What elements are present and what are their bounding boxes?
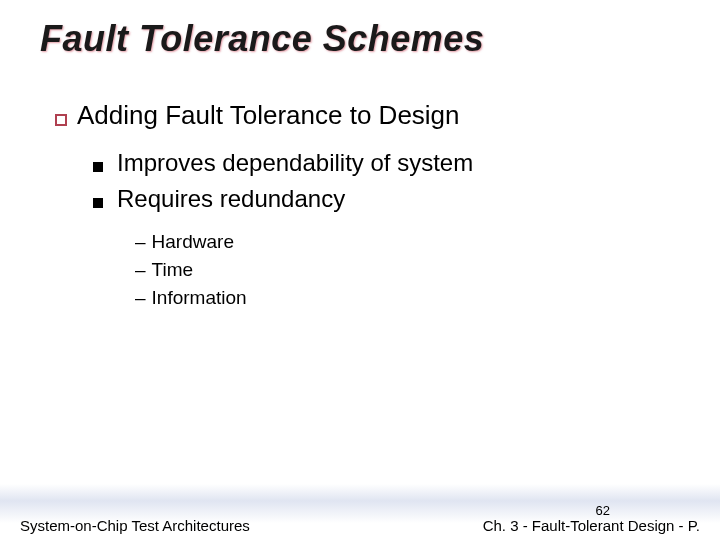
dash-icon: –: [135, 231, 146, 252]
page-number: 62: [596, 503, 610, 518]
slide-content: Adding Fault Tolerance to Design Improve…: [0, 60, 720, 309]
level1-text: Adding Fault Tolerance to Design: [77, 100, 460, 131]
dash-icon: –: [135, 259, 146, 280]
footer-chapter: Ch. 3 - Fault-Tolerant Design - P.: [483, 517, 700, 534]
bullet-level3: –Time: [135, 259, 720, 281]
filled-square-icon: [93, 162, 103, 172]
bullet-level2: Improves dependability of system: [93, 149, 720, 177]
level2-text: Improves dependability of system: [117, 149, 473, 177]
bullet-level3: –Hardware: [135, 231, 720, 253]
bullet-level3: –Information: [135, 287, 720, 309]
footer-right: 62 Ch. 3 - Fault-Tolerant Design - P.: [483, 517, 700, 534]
bullet-level1: Adding Fault Tolerance to Design: [55, 100, 720, 131]
slide-title: Fault Tolerance Schemes: [0, 0, 720, 60]
level2-text: Requires redundancy: [117, 185, 345, 213]
level2-container: Improves dependability of system Require…: [55, 149, 720, 309]
slide-footer: System-on-Chip Test Architectures 62 Ch.…: [0, 484, 720, 540]
dash-icon: –: [135, 287, 146, 308]
filled-square-icon: [93, 198, 103, 208]
level3-text: Time: [152, 259, 194, 280]
level3-container: –Hardware –Time –Information: [93, 221, 720, 309]
hollow-square-icon: [55, 114, 67, 126]
bullet-level2: Requires redundancy: [93, 185, 720, 213]
level3-text: Hardware: [152, 231, 234, 252]
level3-text: Information: [152, 287, 247, 308]
footer-left: System-on-Chip Test Architectures: [20, 517, 250, 534]
